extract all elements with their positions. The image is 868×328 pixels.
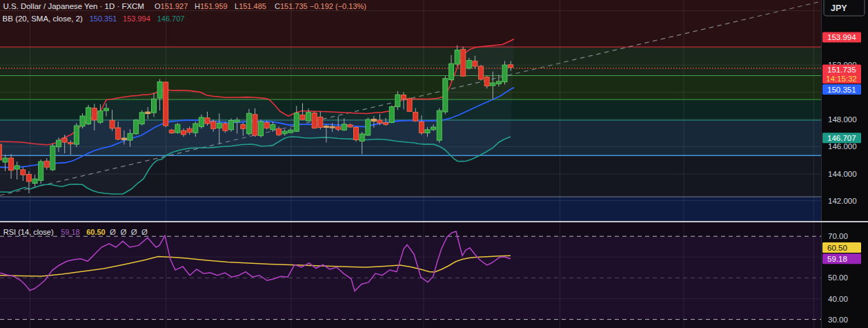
svg-text:Ø: Ø (110, 228, 116, 236)
svg-text:150.351: 150.351 (90, 15, 117, 23)
svg-text:60.50: 60.50 (86, 228, 106, 236)
svg-text:Ø: Ø (120, 228, 126, 236)
svg-text:60.50: 60.50 (827, 244, 847, 252)
svg-text:40.00: 40.00 (828, 295, 848, 303)
svg-text:59.18: 59.18 (827, 255, 847, 263)
svg-text:C151.735: C151.735 (275, 2, 308, 10)
svg-text:151.735: 151.735 (827, 66, 856, 74)
svg-text:H151.959: H151.959 (195, 2, 228, 10)
svg-text:30.00: 30.00 (828, 316, 848, 324)
svg-text:14:15:32: 14:15:32 (826, 75, 857, 83)
svg-text:O151.927: O151.927 (155, 2, 188, 10)
svg-text:−0.192 (−0.13%): −0.192 (−0.13%) (310, 2, 366, 10)
svg-text:153.994: 153.994 (827, 33, 856, 41)
svg-text:142.000: 142.000 (828, 197, 857, 205)
svg-text:150.351: 150.351 (827, 86, 856, 94)
svg-text:146.707: 146.707 (157, 15, 185, 23)
svg-text:Ø: Ø (131, 228, 137, 236)
svg-text:144.000: 144.000 (828, 170, 857, 178)
svg-text:70.00: 70.00 (828, 232, 848, 240)
svg-text:59.18: 59.18 (61, 228, 80, 236)
svg-text:153.994: 153.994 (123, 15, 150, 23)
svg-text:146.707: 146.707 (827, 134, 856, 142)
svg-text:U.S. Dollar / Japanese Yen · 1: U.S. Dollar / Japanese Yen · 1D · FXCM (3, 2, 144, 10)
svg-text:JPY: JPY (831, 3, 847, 13)
svg-text:Ø: Ø (141, 228, 148, 236)
svg-text:148.000: 148.000 (828, 115, 857, 124)
svg-text:L151.485: L151.485 (235, 2, 266, 10)
svg-text:50.00: 50.00 (828, 273, 848, 282)
svg-text:146.000: 146.000 (828, 142, 857, 151)
svg-text:RSI (14, close): RSI (14, close) (3, 228, 54, 236)
svg-text:BB (20, SMA, close, 2): BB (20, SMA, close, 2) (3, 15, 83, 23)
